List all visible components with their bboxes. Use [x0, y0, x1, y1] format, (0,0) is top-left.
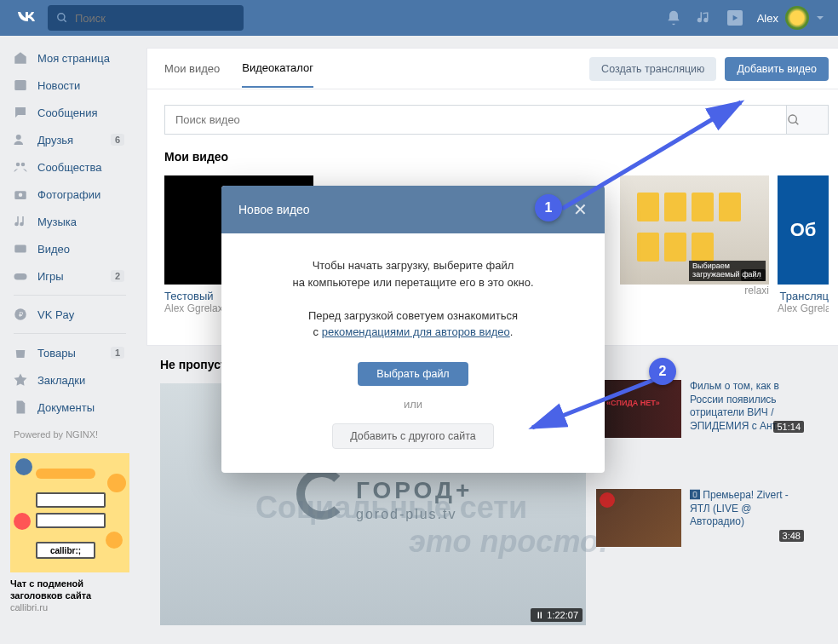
global-search[interactable] — [48, 5, 244, 31]
video-card[interactable]: 0:11 Выбираем загружаемый файл relaxi — [620, 175, 769, 314]
video-search-button[interactable] — [786, 105, 829, 135]
create-broadcast-button[interactable]: Создать трансляцию — [589, 57, 716, 81]
nav-friends[interactable]: Друзья6 — [5, 126, 135, 153]
tabs-row: Мои видео Видеокаталог Создать трансляци… — [146, 48, 838, 89]
ad-title: Чат с подменой заголовков сайта — [10, 578, 129, 602]
home-icon — [12, 49, 29, 66]
nav-bookmarks[interactable]: Закладки — [5, 366, 135, 394]
nav-my-page[interactable]: Моя страница — [5, 44, 135, 72]
news-icon — [12, 77, 29, 94]
svg-line-1 — [64, 20, 66, 22]
nav-games[interactable]: Игры2 — [5, 262, 135, 290]
ad-block[interactable]: callibr:; Чат с подменой заголовков сайт… — [10, 453, 129, 612]
nav-news[interactable]: Новости — [5, 72, 135, 99]
video-search-input[interactable] — [164, 105, 786, 135]
new-video-modal: Новое видео ✕ Чтобы начать загрузку, выб… — [221, 186, 605, 473]
svg-point-12 — [789, 115, 796, 123]
note-icon — [12, 213, 29, 230]
add-video-button[interactable]: Добавить видео — [725, 57, 829, 81]
badge: 6 — [111, 134, 124, 146]
message-icon — [12, 104, 29, 121]
nav-video[interactable]: Видео — [5, 235, 135, 262]
nav-communities[interactable]: Сообщества — [5, 153, 135, 181]
callout-2: 2 — [649, 358, 676, 385]
topbar: Alex — [0, 0, 838, 36]
recommended-list: «СПИДА НЕТ» Фильм о том, как в России по… — [596, 380, 804, 557]
svg-point-3 — [16, 135, 21, 140]
avatar — [785, 6, 809, 30]
vk-logo[interactable] — [15, 6, 39, 30]
sidebar: Моя страница Новости Сообщения Друзья6 С… — [0, 36, 135, 626]
notifications-icon[interactable] — [658, 3, 689, 33]
tab-catalog[interactable]: Видеокаталог — [242, 49, 313, 88]
tab-my-video[interactable]: Мои видео — [164, 50, 220, 87]
user-menu[interactable]: Alex — [750, 6, 831, 30]
svg-point-0 — [58, 14, 65, 20]
video-top-icon[interactable] — [720, 3, 750, 33]
ad-image: callibr:; — [10, 453, 129, 572]
close-icon[interactable]: ✕ — [573, 199, 588, 220]
ad-sub: callibri.ru — [10, 602, 129, 612]
pay-icon: ₽ — [12, 306, 29, 323]
nav-music[interactable]: Музыка — [5, 208, 135, 235]
nav-photos[interactable]: Фотографии — [5, 181, 135, 208]
list-item[interactable]: 🅾 Премьера! Zivert - ЯТЛ (LIVE @ Авторад… — [596, 489, 804, 547]
video-icon — [12, 240, 29, 257]
svg-rect-8 — [14, 245, 26, 253]
friends-icon — [12, 131, 29, 148]
nav-market[interactable]: Товары1 — [5, 339, 135, 366]
game-icon — [12, 267, 29, 285]
doc-icon — [12, 399, 29, 416]
powered-by: Powered by NGINX! — [5, 421, 135, 448]
callout-1: 1 — [535, 194, 562, 221]
svg-point-5 — [21, 163, 26, 167]
video-search — [164, 105, 829, 135]
list-item[interactable]: «СПИДА НЕТ» Фильм о том, как в России по… — [596, 380, 804, 438]
badge: 2 — [111, 270, 124, 282]
svg-point-4 — [16, 163, 20, 167]
badge: 1 — [111, 347, 124, 359]
video-card[interactable]: Об Трансляц Alex Ggrelaxi — [778, 175, 829, 314]
nav-messages[interactable]: Сообщения — [5, 99, 135, 126]
nav-vkpay[interactable]: ₽VK Pay — [5, 301, 135, 328]
music-icon[interactable] — [689, 3, 720, 33]
svg-point-7 — [19, 193, 23, 198]
username: Alex — [757, 12, 778, 25]
add-from-site-button[interactable]: Добавить с другого сайта — [332, 423, 493, 449]
duration: ⏸ 1:22:07 — [531, 608, 583, 622]
star-icon — [12, 371, 29, 388]
section-my-videos: Мои видео — [164, 150, 829, 164]
search-icon — [56, 12, 68, 24]
group-icon — [12, 158, 29, 175]
svg-rect-2 — [14, 80, 26, 90]
svg-text:₽: ₽ — [19, 311, 23, 319]
nav-docs[interactable]: Документы — [5, 394, 135, 421]
chevron-down-icon — [816, 14, 824, 22]
svg-line-13 — [795, 122, 798, 124]
camera-icon — [12, 186, 29, 203]
recommendations-link[interactable]: рекомендациями для авторов видео — [322, 325, 510, 338]
svg-rect-9 — [14, 273, 27, 280]
modal-title: Новое видео — [238, 203, 310, 216]
bag-icon — [12, 344, 29, 361]
global-search-input[interactable] — [75, 12, 211, 25]
choose-file-button[interactable]: Выбрать файл — [358, 362, 468, 386]
